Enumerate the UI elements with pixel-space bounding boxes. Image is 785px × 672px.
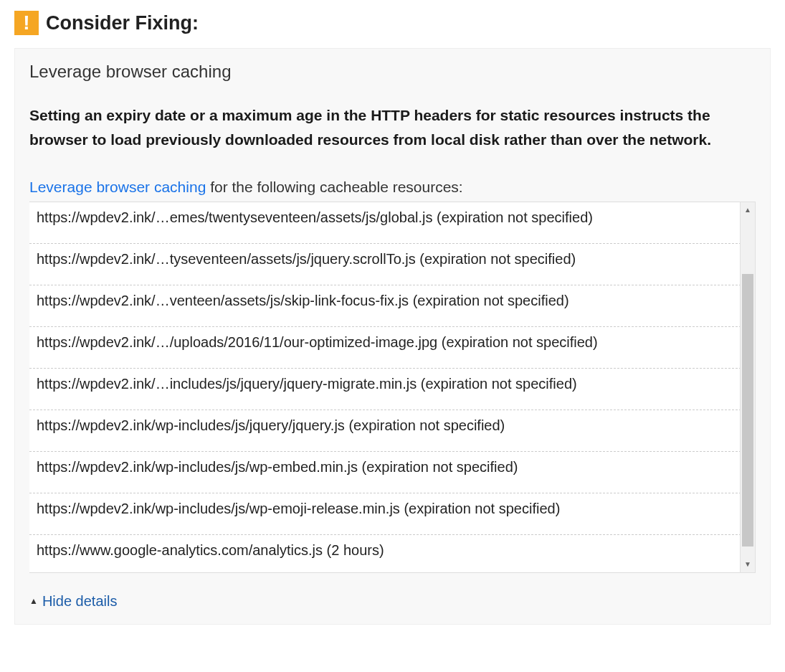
caret-up-icon: ▲: [29, 596, 38, 606]
scroll-up-icon[interactable]: ▲: [741, 202, 755, 218]
panel-content: Leverage browser caching Setting an expi…: [14, 48, 771, 625]
list-item: https://wpdev2.ink/wp-includes/js/wp-emb…: [29, 452, 756, 493]
list-item: https://wpdev2.ink/…emes/twentyseventeen…: [29, 202, 756, 244]
list-item: https://wpdev2.ink/…venteen/assets/js/sk…: [29, 285, 756, 327]
list-item: https://wpdev2.ink/wp-includes/js/jquery…: [29, 410, 756, 452]
list-item: https://wpdev2.ink/wp-includes/js/wp-emo…: [29, 493, 756, 535]
audit-panel: ! Consider Fixing: Leverage browser cach…: [0, 0, 785, 635]
resource-list-container: https://wpdev2.ink/…emes/twentyseventeen…: [29, 202, 756, 573]
panel-title: Consider Fixing:: [46, 12, 199, 34]
instruction-text: for the following cacheable resources:: [206, 179, 462, 195]
instruction-line: Leverage browser caching for the followi…: [29, 176, 756, 199]
list-item: https://www.google-analytics.com/analyti…: [29, 535, 756, 573]
warning-icon: !: [14, 11, 39, 35]
resource-list[interactable]: https://wpdev2.ink/…emes/twentyseventeen…: [29, 202, 756, 573]
hide-details-button[interactable]: ▲ Hide details: [29, 593, 756, 610]
scrollbar[interactable]: ▲ ▼: [740, 202, 756, 573]
scroll-down-icon[interactable]: ▼: [741, 557, 755, 572]
hide-details-label: Hide details: [42, 593, 118, 610]
caching-link[interactable]: Leverage browser caching: [29, 179, 206, 195]
list-item: https://wpdev2.ink/…tyseventeen/assets/j…: [29, 244, 756, 285]
rule-name: Leverage browser caching: [29, 62, 756, 82]
list-item: https://wpdev2.ink/…/uploads/2016/11/our…: [29, 327, 756, 369]
rule-description: Setting an expiry date or a maximum age …: [29, 103, 756, 151]
panel-header: ! Consider Fixing:: [14, 11, 771, 35]
list-item: https://wpdev2.ink/…includes/js/jquery/j…: [29, 369, 756, 410]
scroll-thumb[interactable]: [742, 274, 753, 546]
